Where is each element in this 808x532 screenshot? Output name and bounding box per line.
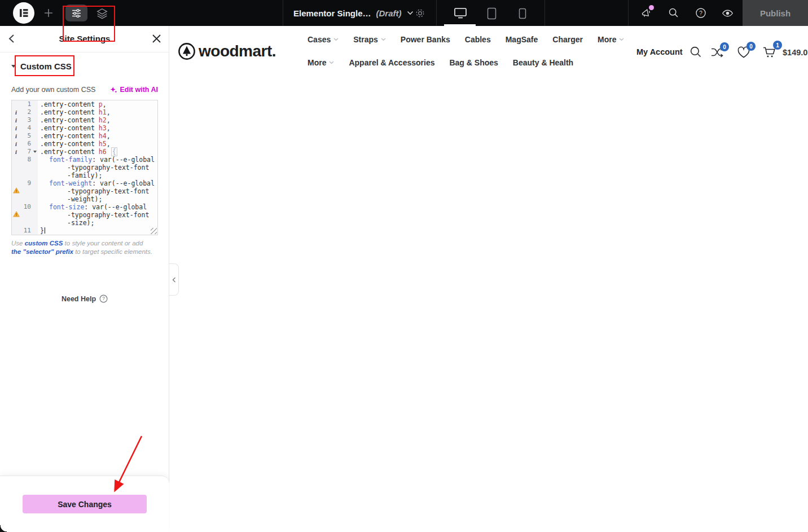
line-number: 10 — [20, 203, 33, 211]
nav-item-label: More — [598, 35, 616, 44]
publish-button[interactable]: Publish — [743, 0, 808, 26]
svg-text:!: ! — [15, 213, 16, 217]
nav-item-label: Straps — [353, 35, 378, 44]
info-icon: i — [12, 108, 20, 117]
editor-gutter — [12, 195, 38, 203]
line-number: 1 — [20, 100, 33, 108]
warning-icon: ! — [12, 211, 20, 219]
search-icon[interactable] — [690, 46, 702, 60]
nav-item-label: Cases — [308, 35, 331, 44]
code-text: .entry-content h5, — [38, 140, 111, 148]
token-pl: -typography-text-font — [67, 164, 149, 172]
code-line: i2.entry-content h1, — [12, 108, 157, 116]
nav-item-label: Cables — [465, 35, 491, 44]
add-element-icon[interactable] — [42, 6, 55, 20]
finder-search-icon[interactable] — [668, 7, 680, 19]
store-logo[interactable]: woodmart. — [178, 42, 276, 60]
collapse-caret-icon — [11, 65, 16, 68]
edit-with-ai-label: Edit with AI — [120, 86, 158, 94]
info-icon: i — [12, 140, 20, 148]
info-glyph: i — [15, 133, 17, 139]
nav-item-label: More — [308, 58, 326, 67]
info-glyph: i — [15, 149, 17, 155]
help-text: to style your content or add — [63, 240, 143, 247]
code-line: 11} — [12, 227, 157, 235]
mobile-icon[interactable] — [518, 7, 527, 19]
info-icon: i — [12, 148, 20, 156]
editor-gutter: 9 — [12, 179, 38, 187]
code-text: -size); — [38, 219, 94, 227]
nav-item-more[interactable]: More — [308, 58, 334, 67]
code-text: font-size: var(--e-global — [38, 203, 147, 211]
page-settings-icon[interactable] — [414, 7, 425, 19]
elementor-logo[interactable] — [13, 2, 34, 24]
nav-item-magsafe[interactable]: MagSafe — [506, 35, 538, 44]
need-help-link[interactable]: Need Help ? — [0, 294, 169, 303]
token-tag: h4 — [99, 132, 107, 140]
code-text: font-weight: var(--e-global — [38, 179, 155, 187]
divider — [544, 0, 545, 26]
custom-css-label: Add your own custom CSS — [11, 86, 95, 94]
editor-gutter: i2 — [12, 108, 38, 116]
info-glyph: i — [15, 125, 17, 131]
token-sel: .entry-content — [40, 100, 99, 108]
nav-item-apparel-accessories[interactable]: Apparel & Accessories — [349, 58, 434, 67]
nav-item-straps[interactable]: Straps — [353, 35, 386, 44]
site-settings-icon[interactable] — [65, 5, 87, 21]
tablet-icon[interactable] — [486, 7, 497, 20]
nav-item-more[interactable]: More — [598, 35, 624, 44]
nav-item-charger[interactable]: Charger — [552, 35, 583, 44]
chevron-down-icon — [407, 11, 414, 15]
save-changes-button[interactable]: Save Changes — [23, 495, 147, 513]
my-account-link[interactable]: My Account — [636, 47, 683, 56]
nav-item-cables[interactable]: Cables — [465, 35, 491, 44]
line-number: 8 — [20, 156, 33, 164]
panel-collapse-handle[interactable] — [169, 263, 179, 296]
document-title[interactable]: Elementor Single… (Draft) — [293, 0, 414, 26]
token-br: { — [111, 147, 117, 156]
custom-css-doc-link[interactable]: custom CSS — [25, 240, 63, 247]
desktop-icon[interactable] — [453, 6, 468, 20]
compare-icon[interactable]: 0 — [711, 47, 724, 60]
brand-icon — [178, 42, 196, 60]
token-sel: .entry-content — [40, 124, 99, 132]
need-help-label: Need Help — [62, 295, 96, 303]
wishlist-count-badge: 0 — [746, 42, 756, 51]
token-pl: , — [107, 140, 111, 148]
line-number: 6 — [20, 140, 33, 148]
close-icon[interactable] — [152, 34, 163, 45]
custom-css-field-row: Add your own custom CSS Edit with AI — [11, 86, 158, 94]
code-line: -family); — [12, 172, 157, 179]
custom-css-editor[interactable]: 1.entry-content p,i2.entry-content h1,i3… — [11, 100, 158, 235]
structure-icon[interactable] — [95, 7, 109, 20]
custom-css-doc-link[interactable]: the "selector" prefix — [11, 248, 73, 255]
editor-gutter — [12, 219, 38, 227]
whats-new-icon[interactable] — [640, 7, 652, 19]
editor-resize-handle[interactable] — [151, 228, 157, 234]
ai-sparkle-icon — [110, 86, 117, 94]
nav-item-power-banks[interactable]: Power Banks — [401, 35, 450, 44]
editor-gutter: i3 — [12, 116, 38, 124]
code-text: -weight); — [38, 195, 102, 203]
preview-eye-icon[interactable] — [721, 7, 734, 19]
nav-item-bag-shoes[interactable]: Bag & Shoes — [449, 58, 498, 67]
page-preview: woodmart. CasesStrapsPower BanksCablesMa… — [170, 26, 808, 532]
edit-with-ai-button[interactable]: Edit with AI — [110, 86, 158, 94]
custom-css-help-note: Use custom CSS to style your content or … — [11, 239, 153, 256]
line-number: 4 — [20, 124, 33, 132]
wishlist-icon[interactable]: 0 — [737, 46, 750, 60]
help-icon[interactable]: ? — [695, 7, 707, 19]
nav-item-beauty-health[interactable]: Beauty & Health — [513, 58, 573, 67]
line-number: 11 — [20, 227, 33, 235]
cart-total[interactable]: $149.0 — [783, 48, 807, 57]
store-nav-primary: CasesStrapsPower BanksCablesMagSafeCharg… — [308, 35, 624, 44]
code-text: -typography-text-font — [38, 164, 149, 172]
warning-icon: ! — [12, 187, 20, 195]
token-sel: .entry-content — [40, 148, 99, 156]
custom-css-section-toggle[interactable]: Custom CSS — [11, 61, 72, 71]
chevron-down-icon — [329, 61, 334, 64]
code-line: i5.entry-content h4, — [12, 132, 157, 140]
nav-item-cases[interactable]: Cases — [308, 35, 339, 44]
editor-gutter: 11 — [12, 227, 38, 235]
cart-icon[interactable]: 1 — [762, 45, 777, 61]
